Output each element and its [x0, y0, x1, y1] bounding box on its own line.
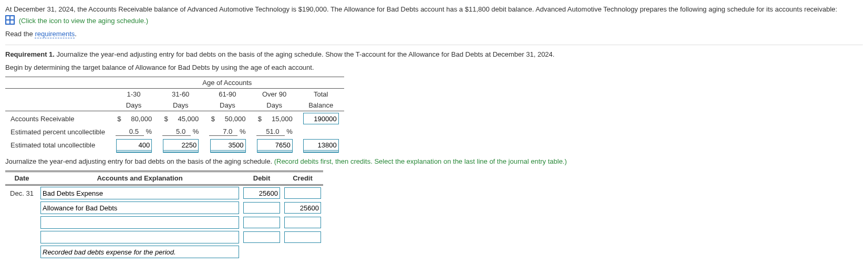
- journal-row-3: [5, 215, 323, 230]
- col-days-3: Days: [204, 100, 251, 111]
- debit-input-1[interactable]: [243, 187, 280, 199]
- credit-input-2[interactable]: [284, 202, 321, 214]
- journal-instr-green: (Record debits first, then credits. Sele…: [274, 157, 567, 165]
- credit-input-1[interactable]: [284, 187, 321, 199]
- ar-c2: 45,000: [170, 115, 199, 123]
- col-31-60: 31-60: [157, 89, 204, 100]
- click-hint[interactable]: (Click the icon to view the aging schedu…: [19, 17, 148, 25]
- ar-c4: 15,000: [264, 115, 293, 123]
- ar-label: Accounts Receivable: [5, 111, 110, 126]
- jh-acct: Accounts and Explanation: [38, 172, 241, 185]
- journal-table: Date Accounts and Explanation Debit Cred…: [5, 171, 323, 259]
- credit-input-3[interactable]: [284, 217, 321, 228]
- row-pct: Estimated percent uncollectible 0.5 % 5.…: [5, 126, 344, 137]
- pct-c1: 0.5: [116, 128, 144, 136]
- problem-text: At December 31, 2024, the Accounts Recei…: [5, 5, 837, 13]
- journal-row-2: [5, 200, 323, 215]
- col-days-1: Days: [110, 100, 157, 111]
- debit-input-3[interactable]: [243, 217, 280, 228]
- col-total: Total: [298, 89, 344, 100]
- read-prefix: Read the: [5, 30, 35, 38]
- ar-c1: 80,000: [123, 115, 152, 123]
- col-days-2: Days: [157, 100, 204, 111]
- ar-c3: 50,000: [217, 115, 246, 123]
- acct-select-3[interactable]: [40, 216, 239, 229]
- aging-table: Age of Accounts 1-30 31-60 61-90 Over 90…: [5, 77, 344, 152]
- pct-c3: 7.0: [209, 128, 237, 136]
- req1-text: Journalize the year-end adjusting entry …: [55, 50, 555, 58]
- pct-label: Estimated percent uncollectible: [5, 126, 110, 137]
- debit-input-2[interactable]: [243, 202, 280, 214]
- jh-credit: Credit: [282, 172, 323, 185]
- journal-row-4: [5, 230, 323, 245]
- journal-date: Dec. 31: [5, 185, 38, 201]
- req1-label: Requirement 1.: [5, 50, 55, 58]
- col-1-30: 1-30: [110, 89, 157, 100]
- begin-instruction: Begin by determining the target balance …: [5, 63, 863, 71]
- journal-instr-black: Journalize the year-end adjusting entry …: [5, 157, 274, 165]
- tot-total-input[interactable]: [303, 139, 339, 151]
- requirement-1: Requirement 1. Journalize the year-end a…: [5, 50, 863, 58]
- problem-intro: At December 31, 2024, the Accounts Recei…: [5, 4, 863, 27]
- aging-title: Age of Accounts: [110, 77, 344, 89]
- jh-date: Date: [5, 172, 38, 185]
- tot-label: Estimated total uncollectible: [5, 137, 110, 152]
- col-61-90: 61-90: [204, 89, 251, 100]
- tot-c2-input[interactable]: [163, 139, 199, 151]
- dollar-sign: $: [117, 115, 121, 123]
- jh-debit: Debit: [241, 172, 282, 185]
- read-requirements: Read the requirements.: [5, 29, 863, 40]
- journal-instruction: Journalize the year-end adjusting entry …: [5, 157, 863, 165]
- journal-row-explanation: [5, 245, 323, 259]
- debit-input-4[interactable]: [243, 231, 280, 243]
- acct-select-4[interactable]: [40, 231, 239, 243]
- ar-total-input[interactable]: [303, 113, 339, 124]
- tot-c1-input[interactable]: [116, 139, 152, 151]
- aging-schedule-icon[interactable]: [5, 15, 15, 25]
- credit-input-4[interactable]: [284, 231, 321, 243]
- acct-select-2[interactable]: [40, 201, 239, 214]
- journal-row-1: Dec. 31: [5, 185, 323, 201]
- requirements-link[interactable]: requirements: [35, 30, 75, 38]
- row-total-uncollectible: Estimated total uncollectible: [5, 137, 344, 152]
- acct-select-1[interactable]: [40, 187, 239, 199]
- explanation-select[interactable]: [40, 246, 239, 258]
- row-ar: Accounts Receivable $ 80,000 $ 45,000 $ …: [5, 111, 344, 126]
- tot-c4-input[interactable]: [257, 139, 293, 151]
- tot-c3-input[interactable]: [210, 139, 246, 151]
- col-balance: Balance: [298, 100, 344, 111]
- pct-c4: 51.0: [256, 128, 285, 136]
- col-over-90: Over 90: [251, 89, 298, 100]
- pct-c2: 5.0: [162, 128, 191, 136]
- col-days-4: Days: [251, 100, 298, 111]
- read-suffix: .: [75, 30, 77, 38]
